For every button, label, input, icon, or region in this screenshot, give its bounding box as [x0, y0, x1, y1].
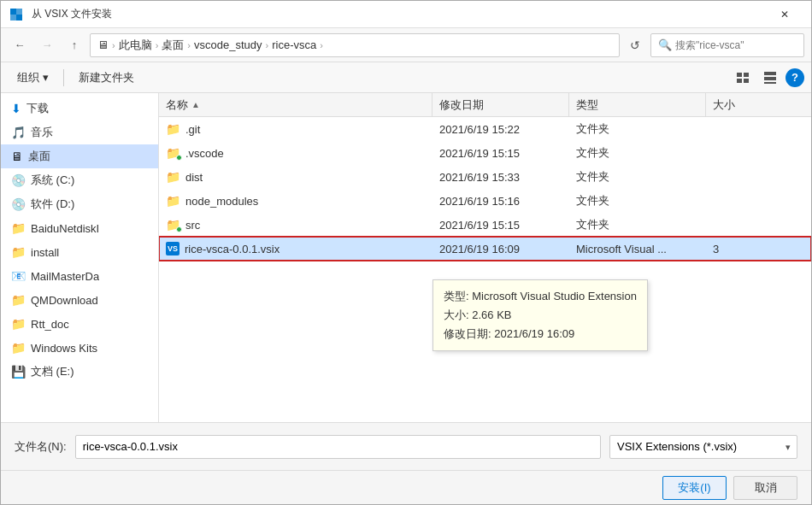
folder-nodemodules-icon: 📁 [166, 194, 180, 208]
navigation-toolbar: ← → ↑ 🖥 › 此电脑 › 桌面 › vscode_study › rice… [1, 28, 811, 62]
new-folder-button[interactable]: 新建文件夹 [69, 66, 144, 90]
view-button[interactable] [731, 66, 755, 90]
sidebar-label-documents: 文档 (E:) [31, 364, 74, 379]
folder-icon-rtt: 📁 [11, 317, 26, 331]
cancel-button[interactable]: 取消 [733, 476, 797, 500]
sidebar-label-baidu: BaiduNetdiskI [31, 222, 99, 235]
sidebar-item-download[interactable]: ⬇ 下载 [1, 97, 158, 120]
sidebar-item-rttdoc[interactable]: 📁 Rtt_doc [1, 312, 158, 336]
breadcrumb-item-3[interactable]: vscode_study [194, 38, 262, 51]
app-icon [8, 6, 25, 23]
file-row-dist[interactable]: 📁 dist 2021/6/19 15:33 文件夹 [159, 165, 811, 189]
file-row-src[interactable]: 📁 src 2021/6/19 15:15 文件夹 [159, 213, 811, 237]
sidebar-label-windows-kits: Windows Kits [31, 342, 97, 355]
sidebar-label-download: 下载 [26, 101, 49, 116]
command-right: ? [731, 66, 804, 90]
col-header-date[interactable]: 修改日期 [432, 93, 569, 116]
sidebar: ⬇ 下载 🎵 音乐 🖥 桌面 💿 系统 (C:) 💿 软件 (D:) 📁 [1, 93, 159, 422]
sidebar-item-qmdownload[interactable]: 📁 QMDownload [1, 288, 158, 312]
col-header-size[interactable]: 大小 [706, 93, 774, 116]
view-button-2[interactable] [758, 66, 782, 90]
col-header-type[interactable]: 类型 [569, 93, 706, 116]
title-bar: 从 VSIX 文件安装 ✕ [1, 1, 811, 28]
organize-button[interactable]: 组织 ▾ [8, 66, 58, 90]
sidebar-item-windows-kits[interactable]: 📁 Windows Kits [1, 336, 158, 360]
svg-rect-5 [744, 73, 749, 77]
search-input[interactable] [675, 39, 797, 51]
breadcrumb-item-1[interactable]: 此电脑 [119, 38, 152, 53]
dialog-title: 从 VSIX 文件安装 [32, 7, 765, 21]
search-icon: 🔍 [658, 38, 672, 51]
dialog: 从 VSIX 文件安装 ✕ ← → ↑ 🖥 › 此电脑 › 桌面 › vscod… [0, 0, 812, 505]
mailmaster-icon: 📧 [11, 269, 26, 283]
sidebar-label-system: 系统 (C:) [31, 173, 74, 188]
bottom-bar: 文件名(N): VSIX Extensions (*.vsix) [1, 422, 811, 470]
help-button[interactable]: ? [786, 68, 804, 87]
sidebar-label-software: 软件 (D:) [31, 197, 74, 212]
file-row-git[interactable]: 📁 .git 2021/6/19 15:22 文件夹 [159, 117, 811, 141]
file-row-vscode[interactable]: 📁 .vscode 2021/6/19 15:15 文件夹 [159, 141, 811, 165]
tooltip-date-label: 修改日期: [444, 327, 491, 340]
filename-input[interactable] [75, 435, 601, 459]
tooltip-size-label: 大小: [444, 308, 469, 321]
music-icon: 🎵 [11, 126, 26, 139]
download-icon: ⬇ [11, 102, 21, 115]
svg-rect-9 [764, 77, 776, 80]
breadcrumb[interactable]: 🖥 › 此电脑 › 桌面 › vscode_study › rice-vsca … [90, 33, 620, 57]
breadcrumb-item-2[interactable]: 桌面 [162, 38, 184, 53]
folder-icon: 📁 [11, 221, 26, 235]
filetype-select[interactable]: VSIX Extensions (*.vsix) [609, 435, 797, 459]
folder-dist-icon: 📁 [166, 170, 180, 184]
sidebar-item-mailmaster[interactable]: 📧 MailMasterDa [1, 264, 158, 288]
sidebar-label-music: 音乐 [31, 125, 53, 140]
close-button[interactable]: ✕ [765, 1, 804, 28]
command-bar: 组织 ▾ 新建文件夹 ? [1, 62, 811, 93]
sidebar-item-music[interactable]: 🎵 音乐 [1, 120, 158, 144]
svg-rect-4 [737, 73, 742, 77]
file-list-container: 名称 ▲ 修改日期 类型 大小 📁 .gi [159, 93, 811, 422]
svg-rect-3 [16, 15, 22, 21]
folder-icon-winkits: 📁 [11, 341, 26, 355]
svg-rect-1 [16, 9, 22, 15]
sidebar-item-desktop[interactable]: 🖥 桌面 [1, 144, 158, 168]
svg-rect-2 [10, 15, 16, 21]
folder-git-icon: 📁 [166, 122, 180, 136]
separator [63, 69, 64, 86]
folder-icon-qm: 📁 [11, 293, 26, 307]
desktop-icon: 🖥 [11, 150, 23, 163]
folder-icon-install: 📁 [11, 245, 26, 259]
svg-rect-10 [764, 82, 776, 84]
breadcrumb-item-4[interactable]: rice-vsca [272, 38, 316, 51]
sidebar-item-software[interactable]: 💿 软件 (D:) [1, 192, 158, 216]
sidebar-label-mailmaster: MailMasterDa [31, 270, 99, 283]
svg-rect-0 [10, 9, 16, 15]
sidebar-item-documents[interactable]: 💾 文档 (E:) [1, 360, 158, 384]
window-controls: ✕ [765, 1, 804, 28]
col-header-name[interactable]: 名称 ▲ [159, 93, 432, 116]
refresh-button[interactable]: ↺ [623, 33, 647, 57]
file-list: 📁 .git 2021/6/19 15:22 文件夹 📁 .vscode [159, 117, 811, 422]
action-row: 安装(I) 取消 [1, 470, 811, 504]
folder-src-icon: 📁 [166, 218, 180, 232]
main-area: ⬇ 下载 🎵 音乐 🖥 桌面 💿 系统 (C:) 💿 软件 (D:) 📁 [1, 93, 811, 422]
software-drive-icon: 💿 [11, 197, 26, 211]
svg-rect-7 [744, 79, 749, 83]
back-button[interactable]: ← [8, 33, 32, 57]
folder-vscode-icon: 📁 [166, 146, 180, 160]
forward-button[interactable]: → [35, 33, 59, 57]
sidebar-item-install[interactable]: 📁 install [1, 240, 158, 264]
sidebar-item-system[interactable]: 💿 系统 (C:) [1, 168, 158, 192]
svg-rect-8 [764, 72, 776, 75]
tooltip-type-label: 类型: [444, 290, 469, 302]
file-row-vsix[interactable]: VS rice-vsca-0.0.1.vsix 2021/6/19 16:09 … [159, 237, 811, 261]
system-drive-icon: 💿 [11, 173, 26, 187]
pc-icon: 🖥 [97, 38, 109, 51]
install-button[interactable]: 安装(I) [662, 476, 727, 500]
sidebar-item-baidu[interactable]: 📁 BaiduNetdiskI [1, 216, 158, 240]
tooltip-type-value: Microsoft Visual Studio Extension [472, 290, 637, 302]
file-row-node-modules[interactable]: 📁 node_modules 2021/6/19 15:16 文件夹 [159, 189, 811, 213]
sidebar-label-install: install [31, 246, 59, 259]
up-button[interactable]: ↑ [62, 33, 86, 57]
sidebar-label-rttdoc: Rtt_doc [31, 318, 69, 331]
vsix-file-icon: VS [166, 242, 179, 255]
